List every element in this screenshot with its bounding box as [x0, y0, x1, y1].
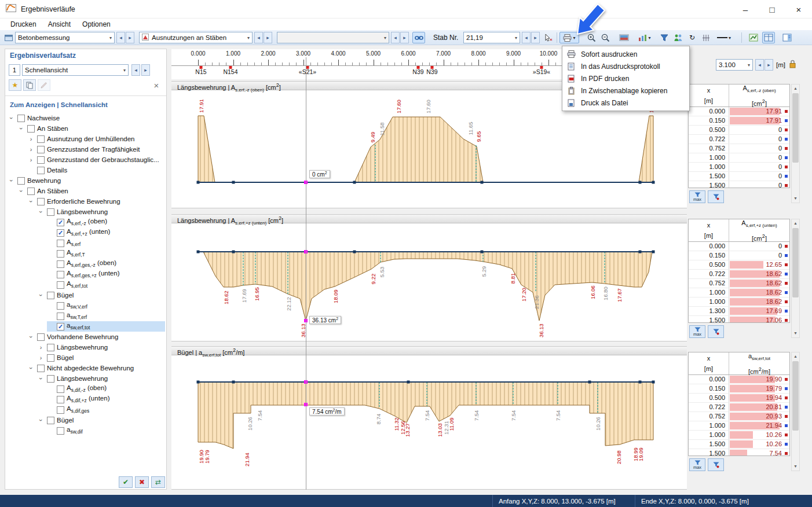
tree-item[interactable]: ›Bügel	[6, 415, 165, 425]
line-style-button[interactable]: ▾	[714, 32, 734, 43]
tree-item[interactable]: ›Längsbewehrung	[6, 373, 165, 384]
checkbox[interactable]	[37, 333, 45, 341]
collapse-icon[interactable]: ›	[8, 177, 15, 185]
collapse-icon[interactable]: ›	[18, 125, 25, 133]
menubar-item-ansicht[interactable]: Ansicht	[42, 19, 76, 30]
extra-next-button[interactable]: ▸	[400, 32, 409, 43]
tree-item[interactable]: ›Bügel	[6, 352, 165, 363]
collapse-icon[interactable]: ›	[38, 417, 45, 424]
checkbox[interactable]	[17, 115, 25, 122]
checkbox[interactable]	[37, 167, 45, 174]
tree-item[interactable]: ›Längsbewehrung	[6, 207, 165, 217]
filter-max-button[interactable]: max	[689, 458, 705, 471]
tree-item[interactable]: As,erf,ges,-z (oben)	[6, 259, 165, 269]
table-row[interactable]: 0.00019.90	[689, 375, 789, 384]
checkbox[interactable]	[57, 250, 64, 258]
expand-icon[interactable]: ›	[27, 146, 35, 153]
result-cursor-line[interactable]	[306, 57, 306, 490]
colored-results-button[interactable]	[617, 32, 630, 43]
checkbox[interactable]	[57, 281, 64, 289]
table-row[interactable]: 1.50010.26	[689, 440, 789, 449]
scroll-down-icon[interactable]: ▼	[792, 462, 799, 471]
checkbox[interactable]	[57, 260, 64, 268]
table-row[interactable]: 0.7220	[689, 135, 789, 144]
filter-button[interactable]	[658, 32, 671, 43]
scroll-up-icon[interactable]: ▲	[792, 352, 799, 361]
table-row[interactable]: 1.50017.06	[689, 316, 789, 323]
table-row[interactable]: 0.50019.94	[689, 394, 789, 403]
scroll-down-icon[interactable]: ▼	[792, 329, 799, 337]
table-row[interactable]: 1.00021.94	[689, 421, 789, 431]
scroll-down-icon[interactable]: ▼	[792, 194, 799, 203]
table-row[interactable]: 0.5000	[689, 126, 789, 135]
checkbox[interactable]	[47, 208, 54, 216]
table-row[interactable]: 1.0000	[689, 153, 789, 163]
module-prev-button[interactable]: ◂	[116, 32, 125, 43]
filter-max-button[interactable]: max	[689, 325, 705, 338]
diagram-view-button[interactable]	[747, 32, 760, 43]
table-scrollbar[interactable]: ▲▼	[791, 84, 800, 203]
tree-item[interactable]: asw,dif	[6, 425, 165, 436]
extra-combobox[interactable]: ▾	[277, 32, 389, 43]
refresh-button[interactable]: ↻	[686, 32, 698, 43]
table-row[interactable]: 0.72218.62	[689, 270, 789, 279]
checkbox[interactable]	[47, 292, 54, 299]
tree-item[interactable]: ›Grenzzustand der Gebrauchstauglic...	[6, 155, 165, 165]
scroll-up-icon[interactable]: ▲	[792, 84, 799, 93]
print-menu-item[interactable]: In PDF drucken	[562, 72, 689, 84]
set-number-box[interactable]: 1	[9, 64, 20, 76]
collapse-icon[interactable]: ›	[38, 375, 45, 383]
print-menu-item[interactable]: Druck als Datei	[562, 97, 689, 109]
checkbox[interactable]	[47, 354, 54, 362]
table-row[interactable]: 1.5000	[689, 172, 789, 181]
tree-item[interactable]: ›An Stäben	[6, 186, 165, 196]
expand-icon[interactable]: ›	[27, 135, 35, 142]
tree-item[interactable]: As,erf	[6, 238, 165, 248]
set-name-combobox[interactable]: Schnellansicht▾	[22, 64, 129, 76]
checkbox[interactable]	[57, 240, 64, 247]
table-row[interactable]: 1.5000	[689, 181, 789, 188]
extra-prev-button[interactable]: ◂	[391, 32, 400, 43]
delete-set-button[interactable]: ×	[150, 79, 163, 91]
apply-button[interactable]: ✔	[119, 476, 133, 488]
table-row[interactable]: 1.30017.69	[689, 307, 789, 316]
collapse-icon[interactable]: ›	[18, 188, 25, 195]
table-row[interactable]: 1.5007.54	[689, 449, 789, 456]
checkbox[interactable]	[37, 198, 45, 205]
tree-item[interactable]: asw,V,erf	[6, 300, 165, 311]
checkbox[interactable]: ✓	[57, 219, 64, 226]
table-row[interactable]: 0.15019.79	[689, 384, 789, 394]
table-row[interactable]: 0.00017.91	[689, 107, 789, 116]
tree-item[interactable]: ✓asw,erf,tot	[6, 321, 165, 332]
filter-extremes-button[interactable]	[708, 190, 724, 203]
expand-icon[interactable]: ›	[37, 344, 45, 351]
position-combobox[interactable]: 3.100▾	[716, 59, 753, 71]
collapse-icon[interactable]: ›	[28, 333, 35, 341]
checkbox[interactable]	[37, 146, 45, 153]
tree-item[interactable]: ✓As,erf,-z (oben)	[6, 217, 165, 227]
tree-item[interactable]: ›Längsbewehrung	[6, 342, 165, 352]
link-toggle-button[interactable]	[412, 32, 425, 43]
table-view-button[interactable]	[762, 32, 775, 43]
print-menu-item[interactable]: Sofort ausdrucken	[562, 48, 689, 60]
table-row[interactable]: 1.00018.62	[689, 288, 789, 297]
tree-item[interactable]: As,erf,T	[6, 248, 165, 259]
print-menu-item[interactable]: In Zwischenablage kopieren	[562, 84, 689, 97]
expand-icon[interactable]: ›	[27, 156, 35, 163]
filter-max-button[interactable]: max	[689, 190, 705, 203]
tree-item[interactable]: asw,T,erf	[6, 311, 165, 321]
print-menu-item[interactable]: In das Ausdrucksprotokoll	[562, 60, 689, 72]
tree-item[interactable]: ✓As,erf,+z (unten)	[6, 227, 165, 238]
tree-item[interactable]: As,dif,-z (oben)	[6, 384, 165, 394]
position-next-button[interactable]: ▸	[765, 59, 773, 71]
checkbox[interactable]	[57, 406, 64, 414]
checkbox[interactable]	[57, 396, 64, 403]
table-row[interactable]: 0.7520	[689, 144, 789, 153]
zoom-in-button[interactable]	[585, 32, 598, 43]
tree-item[interactable]: ›Ausnutzung der Umhüllenden	[6, 134, 165, 144]
result-type-combobox[interactable]: Ausnutzungen an Stäben▾	[139, 32, 253, 43]
members-selection-icon[interactable]	[672, 32, 685, 43]
filter-extremes-button[interactable]	[708, 458, 724, 471]
set-next-button[interactable]: ▸	[141, 64, 150, 76]
new-set-button[interactable]: ★	[9, 79, 21, 91]
